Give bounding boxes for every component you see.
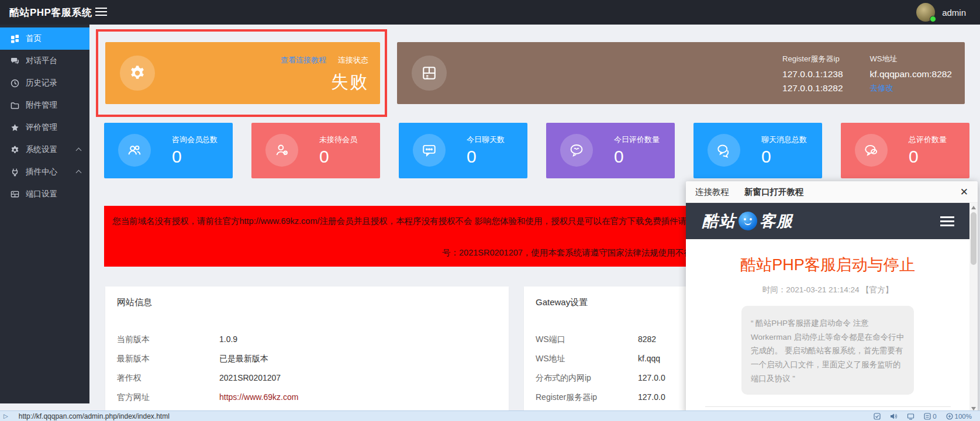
device-icon[interactable] [907, 413, 915, 420]
server-grid-icon [422, 65, 437, 81]
port-icon [11, 190, 19, 199]
hamburger-icon[interactable] [95, 8, 107, 17]
chevron-up-icon [76, 170, 82, 176]
register-ip-1: 127.0.0.1:1238 [782, 67, 843, 81]
server-info-card: Register服务器ip 127.0.0.1:1238 127.0.0.1:8… [397, 42, 965, 104]
gear-icon [11, 146, 19, 154]
stat-label: 今日聊天数 [467, 134, 505, 145]
comment-icon [569, 143, 584, 158]
app-title: 酷站PHP客服系统 [9, 6, 92, 19]
app-window: 酷站PHP客服系统 admin 首页 对话平台 历史记录 附件管理 评价 [0, 0, 980, 421]
info-row: 最新版本已是最新版本 [117, 354, 491, 364]
open-new-window-link[interactable]: 新窗口打开教程 [744, 187, 804, 198]
online-status-dot [930, 16, 936, 22]
stat-value: 0 [614, 147, 660, 167]
blocked-count: 0 [933, 413, 936, 420]
dashboard-icon [11, 34, 19, 43]
sidebar: 首页 对话平台 历史记录 附件管理 评价管理 系统设置 插件中心 [0, 25, 89, 403]
adblock-counter[interactable]: 0 [924, 413, 936, 420]
scroll-up-arrow[interactable] [971, 206, 976, 209]
users-icon [127, 143, 142, 158]
article-title: 酷站PHP客服启动与停止 [686, 254, 969, 275]
divider [705, 406, 951, 407]
sidebar-item-label: 对话平台 [26, 56, 57, 66]
menu-icon[interactable] [940, 216, 954, 229]
info-row: 著作权2021SR0201207 [117, 373, 491, 384]
sidebar-item-label: 附件管理 [26, 100, 57, 111]
site-info-card: 网站信息 当前版本1.0.9 最新版本已是最新版本 著作权2021SR02012… [105, 287, 509, 421]
username: admin [942, 8, 966, 18]
close-icon[interactable]: ✕ [960, 186, 968, 198]
zoom-control[interactable]: 100% [946, 413, 972, 420]
stat-value: 0 [761, 147, 807, 167]
scrollbar-thumb[interactable] [971, 212, 976, 265]
top-navbar: 酷站PHP客服系统 admin [0, 0, 980, 25]
user-wait-icon [274, 143, 289, 158]
article-quote: “ 酷站PHP客服搭建启动命令 注意Workerman 启动停止等命令都是在命令… [741, 306, 914, 395]
sidebar-item-label: 系统设置 [26, 144, 57, 155]
check-icon[interactable] [874, 413, 881, 420]
play-icon: ▷ [4, 413, 8, 419]
info-row: 官方网址https://www.69kz.com [117, 392, 491, 403]
stat-card-today-chats: 今日聊天数0 [399, 123, 527, 178]
sidebar-item-plugin-center[interactable]: 插件中心 [0, 161, 89, 183]
sidebar-item-label: 端口设置 [26, 189, 57, 199]
clock-icon [11, 79, 19, 88]
tutorial-panel: 连接教程 新窗口打开教程 ✕ 酷站 客服 酷站PHP客服启动与停止 时间：202… [686, 181, 978, 413]
modify-link[interactable]: 去修改 [870, 81, 952, 95]
stat-card-total-reviews: 总评价数量0 [841, 123, 969, 178]
info-row: 当前版本1.0.9 [117, 334, 491, 345]
sidebar-item-reviews[interactable]: 评价管理 [0, 116, 89, 139]
sidebar-item-port-settings[interactable]: 端口设置 [0, 183, 89, 205]
card-title: Gateway设置 [536, 297, 588, 308]
chevron-up-icon [76, 148, 82, 154]
tutorial-title: 连接教程 [695, 187, 729, 198]
scrollbar[interactable] [969, 203, 978, 413]
stat-label: 聊天消息总数 [761, 134, 807, 145]
stat-card-total-members: 咨询会员总数0 [104, 123, 233, 178]
tutorial-header: 连接教程 新窗口打开教程 ✕ [686, 181, 978, 203]
tutorial-logo-bar: 酷站 客服 [686, 203, 978, 239]
brand-logo: 酷站 客服 [702, 210, 793, 232]
stat-value: 0 [172, 147, 218, 167]
ws-address-value: kf.qqqpan.com:8282 [870, 67, 952, 81]
speaker-icon[interactable] [890, 413, 898, 420]
sidebar-item-label: 插件中心 [26, 167, 57, 177]
card-title: 网站信息 [117, 297, 152, 308]
stat-card-total-messages: 聊天消息总数0 [693, 123, 822, 178]
article-meta: 时间：2021-03-21 21:14:24 【官方】 [686, 285, 969, 295]
stat-label: 咨询会员总数 [172, 134, 218, 145]
browser-status-bar: ▷ http://kf.qqqpan.com/admin.php/index/i… [0, 410, 980, 421]
user-menu[interactable]: admin [916, 3, 966, 22]
sidebar-item-attachments[interactable]: 附件管理 [0, 94, 89, 116]
sidebar-item-label: 首页 [26, 33, 42, 44]
register-ip-2: 127.0.0.1:8282 [782, 81, 843, 95]
highlight-frame [96, 29, 387, 117]
sidebar-item-chat-platform[interactable]: 对话平台 [0, 50, 89, 72]
chat-dots-icon [422, 143, 437, 158]
chat-icon [11, 57, 19, 65]
zoom-level: 100% [955, 413, 972, 420]
stat-value: 0 [319, 147, 357, 167]
sidebar-item-label: 评价管理 [26, 122, 57, 133]
warning-line-1: 您当前域名没有授权，请前往官方http://www.69kz.com/注册会员并… [112, 216, 703, 227]
sidebar-item-home[interactable]: 首页 [0, 27, 89, 50]
avatar[interactable] [916, 3, 935, 22]
sidebar-item-system-settings[interactable]: 系统设置 [0, 139, 89, 161]
stat-value: 0 [909, 147, 947, 167]
logo-face-icon [739, 212, 757, 230]
plug-icon [11, 168, 19, 177]
messages-icon [716, 143, 731, 158]
stat-label: 未接待会员 [319, 134, 357, 145]
reviews-icon [864, 143, 879, 158]
stat-label: 总评价数量 [909, 134, 947, 145]
stat-card-today-reviews: 今日评价数量0 [546, 123, 675, 178]
stat-label: 今日评价数量 [614, 134, 660, 145]
star-icon [11, 123, 19, 132]
sidebar-item-history[interactable]: 历史记录 [0, 72, 89, 94]
status-url: http://kf.qqqpan.com/admin.php/index/ind… [19, 412, 170, 420]
ws-address-label: WS地址 [870, 54, 952, 64]
folder-icon [11, 101, 19, 110]
tutorial-content: 酷站PHP客服启动与停止 时间：2021-03-21 21:14:24 【官方】… [686, 254, 969, 413]
official-site-link[interactable]: https://www.69kz.com [219, 392, 298, 402]
